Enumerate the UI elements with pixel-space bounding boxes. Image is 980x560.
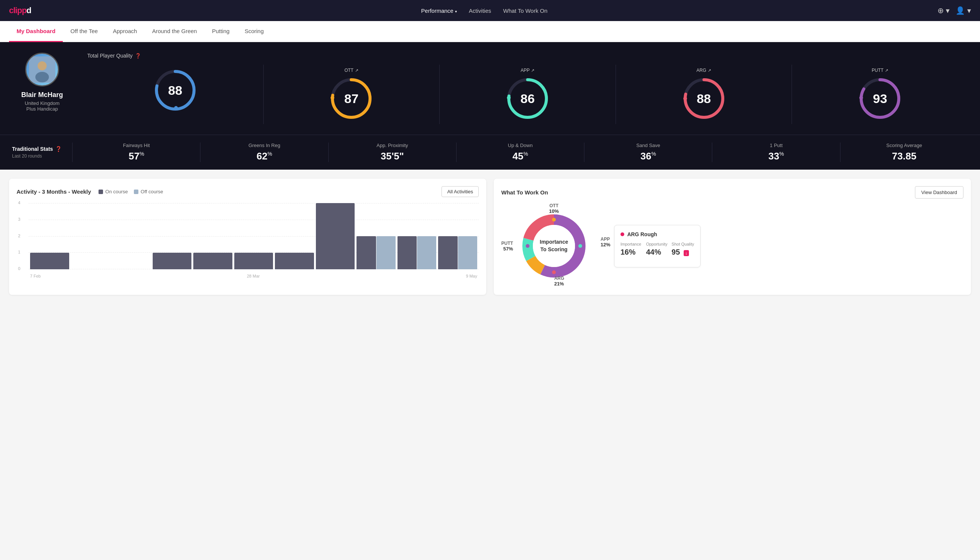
bar-on-0 — [30, 253, 69, 269]
nav-activities[interactable]: Activities — [469, 8, 491, 14]
nav-links: Performance ▾ Activities What To Work On — [421, 8, 547, 14]
tab-approach[interactable]: Approach — [105, 21, 145, 42]
ring-putt: PUTT ↗ 93 — [792, 65, 968, 124]
bar-group-10 — [438, 236, 477, 269]
what-to-work-on-card: What To Work On View Dashboard PUTT 57% — [494, 178, 971, 295]
wtwo-card-title: What To Work On — [501, 189, 548, 195]
tpq-help-icon[interactable]: ❓ — [135, 53, 141, 59]
putt-arrow-icon: ↗ — [885, 68, 888, 73]
nav-what-to-work-on[interactable]: What To Work On — [503, 8, 547, 14]
logo: clippd — [9, 6, 31, 15]
stats-title: Traditional Stats ❓ — [12, 146, 72, 152]
stats-bar: Traditional Stats ❓ Last 20 rounds Fairw… — [0, 135, 980, 170]
stat-fairways-hit: Fairways Hit 57% — [72, 143, 200, 162]
stats-label: Traditional Stats ❓ Last 20 rounds — [12, 146, 72, 159]
bar-group-6 — [275, 253, 314, 269]
top-nav: clippd Performance ▾ Activities What To … — [0, 0, 980, 21]
stat-1-putt: 1 Putt 33% — [712, 143, 840, 162]
donut-chart-svg: Importance To Scoring — [520, 205, 588, 287]
tab-around-the-green[interactable]: Around the Green — [145, 21, 204, 42]
ring-overall-value: 88 — [168, 83, 182, 98]
activity-chart-area: 4 3 2 1 0 7 Feb 28 Mar 9 May — [17, 203, 479, 278]
stat-up-and-down: Up & Down 45% — [456, 143, 584, 162]
tab-putting[interactable]: Putting — [205, 21, 237, 42]
off-course-dot — [134, 190, 138, 194]
metric-shot-quality: Shot Quality 95 ↓ — [672, 242, 694, 257]
shot-quality-badge: ↓ — [684, 250, 689, 256]
tab-my-dashboard[interactable]: My Dashboard — [9, 21, 63, 42]
score-rings: 88 OTT ↗ 87 — [87, 65, 968, 124]
stat-scoring-average: Scoring Average 73.85 — [840, 143, 968, 162]
info-dot — [621, 232, 624, 236]
bars-container — [28, 203, 479, 269]
activity-card-header: Activity - 3 Months - Weekly On course O… — [17, 186, 479, 197]
bar-off-8 — [376, 236, 396, 269]
donut-label-putt: PUTT 57% — [501, 241, 513, 252]
svg-point-22 — [533, 225, 575, 267]
svg-text:Importance: Importance — [540, 239, 568, 245]
ring-ott-value: 87 — [344, 92, 358, 106]
ott-arrow-icon: ↗ — [355, 68, 358, 73]
activity-card-title: Activity - 3 Months - Weekly — [17, 188, 91, 195]
stat-greens-in-reg: Greens In Reg 62% — [200, 143, 328, 162]
ring-app-label: APP ↗ — [521, 68, 534, 73]
bar-on-6 — [275, 253, 314, 269]
bar-group-8 — [356, 236, 396, 269]
arg-arrow-icon: ↗ — [708, 68, 711, 73]
view-dashboard-button[interactable]: View Dashboard — [915, 186, 963, 198]
wtwo-info-card: ARG Rough Importance 16% Opportunity 44%… — [614, 225, 700, 267]
ring-putt-container: 93 — [857, 76, 903, 121]
player-handicap: Plus Handicap — [26, 106, 58, 112]
svg-point-25 — [552, 218, 556, 222]
add-icon[interactable]: ⊕ ▾ — [937, 6, 950, 15]
svg-point-27 — [552, 270, 556, 274]
on-course-dot — [98, 190, 103, 194]
app-arrow-icon: ↗ — [531, 68, 534, 73]
ring-ott-label: OTT ↗ — [344, 68, 358, 73]
donut-area: PUTT 57% — [501, 205, 963, 287]
ring-putt-label: PUTT ↗ — [872, 68, 888, 73]
ring-ott-container: 87 — [329, 76, 374, 121]
donut-slices: Importance To Scoring — [526, 218, 582, 274]
user-icon[interactable]: 👤 ▾ — [955, 6, 971, 15]
donut-wrapper: PUTT 57% — [501, 205, 607, 287]
metric-importance: Importance 16% — [621, 242, 643, 257]
x-labels: 7 Feb 28 Mar 9 May — [28, 274, 479, 278]
x-label-mar: 28 Mar — [247, 274, 260, 278]
svg-text:To Scoring: To Scoring — [541, 246, 567, 252]
ring-app-value: 86 — [521, 92, 535, 106]
bar-group-0 — [30, 253, 69, 269]
bar-on-9 — [398, 236, 417, 269]
tpq-section: Total Player Quality ❓ 88 — [87, 53, 968, 124]
bar-on-5 — [234, 253, 273, 269]
ring-overall: 88 — [87, 65, 264, 124]
metric-opportunity: Opportunity 44% — [646, 242, 669, 257]
svg-point-14 — [683, 97, 687, 100]
nav-performance[interactable]: Performance ▾ — [421, 8, 457, 14]
all-activities-button[interactable]: All Activities — [441, 186, 479, 197]
bar-off-9 — [417, 236, 436, 269]
bar-on-8 — [356, 236, 376, 269]
svg-point-2 — [35, 72, 49, 82]
ring-putt-value: 93 — [873, 92, 887, 106]
ring-arg: ARG ↗ 88 — [616, 65, 792, 124]
nav-right: ⊕ ▾ 👤 ▾ — [937, 6, 971, 15]
performance-caret: ▾ — [455, 9, 457, 13]
info-card-title: ARG Rough — [621, 231, 694, 237]
bar-group-4 — [193, 253, 232, 269]
ring-ott: OTT ↗ 87 — [264, 65, 440, 124]
stats-help-icon[interactable]: ❓ — [55, 146, 62, 152]
stat-app-proximity: App. Proximity 35'5" — [328, 143, 456, 162]
legend-on-course: On course — [98, 189, 128, 195]
stat-sand-save: Sand Save 36% — [584, 143, 712, 162]
ring-overall-container: 88 — [153, 68, 198, 113]
bar-on-4 — [193, 253, 232, 269]
tpq-label: Total Player Quality ❓ — [87, 53, 968, 59]
ring-arg-value: 88 — [697, 92, 711, 106]
stats-subtitle: Last 20 rounds — [12, 153, 72, 159]
donut-label-app: APP 12% — [601, 237, 611, 247]
tab-off-the-tee[interactable]: Off the Tee — [63, 21, 105, 42]
tab-scoring[interactable]: Scoring — [237, 21, 271, 42]
donut-label-ott: OTT 10% — [549, 203, 559, 214]
bar-group-9 — [398, 236, 437, 269]
